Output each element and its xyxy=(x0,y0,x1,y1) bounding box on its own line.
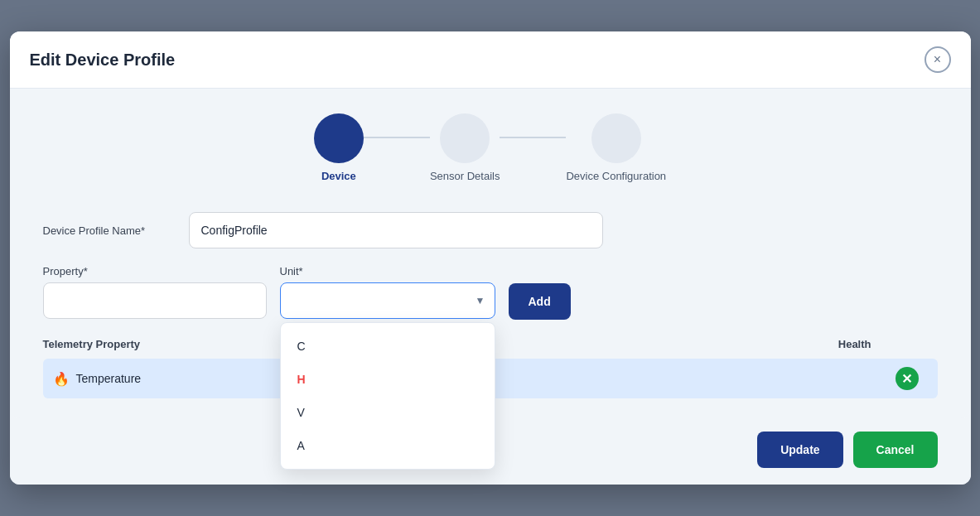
stepper: Device xyxy=(43,113,938,182)
step-label-sensor: Sensor Details xyxy=(430,170,500,182)
delete-row-button[interactable]: ✕ xyxy=(896,367,919,390)
profile-name-input[interactable] xyxy=(189,212,603,248)
modal-header: Edit Device Profile × xyxy=(10,31,971,89)
close-button[interactable]: × xyxy=(924,46,951,73)
unit-dropdown-menu: C H V A xyxy=(280,322,495,470)
profile-name-label: Device Profile Name* xyxy=(43,224,176,237)
step-label-device: Device xyxy=(321,170,356,182)
unit-col: Unit* ▼ C H V A xyxy=(280,265,495,319)
chevron-down-icon: ▼ xyxy=(476,295,485,306)
th-health: Health xyxy=(838,338,871,350)
modal-overlay: Edit Device Profile × xyxy=(0,0,980,516)
step-circle-config xyxy=(591,113,641,163)
unit-select-display[interactable]: ▼ xyxy=(280,282,495,319)
property-unit-row: Property* Unit* ▼ C H V xyxy=(43,265,938,320)
step-connector-2 xyxy=(500,137,566,138)
step-device: Device xyxy=(314,113,364,182)
add-button[interactable]: Add xyxy=(509,283,571,320)
cancel-button[interactable]: Cancel xyxy=(853,432,938,468)
unit-select-wrapper: ▼ C H V A xyxy=(280,282,495,319)
dropdown-item-a[interactable]: A xyxy=(281,429,495,462)
property-value: Temperature xyxy=(76,372,142,385)
profile-name-row: Device Profile Name* xyxy=(43,212,938,248)
table-cell-action: ✕ xyxy=(886,367,928,390)
step-connector-1 xyxy=(364,137,430,138)
modal-body: Device xyxy=(10,89,971,418)
unit-label: Unit* xyxy=(280,265,495,277)
step-circle-device xyxy=(314,113,364,163)
edit-device-profile-modal: Edit Device Profile × xyxy=(10,31,971,485)
dropdown-item-v[interactable]: V xyxy=(281,396,495,429)
property-input[interactable] xyxy=(43,282,267,319)
step-circle-sensor xyxy=(440,113,490,163)
dropdown-item-c[interactable]: C xyxy=(281,330,495,363)
fire-icon: 🔥 xyxy=(53,371,70,387)
update-button[interactable]: Update xyxy=(757,432,842,468)
property-label-col: Property* xyxy=(43,265,267,319)
dropdown-item-h[interactable]: H xyxy=(281,363,495,396)
property-label: Property* xyxy=(43,265,267,277)
step-config: Device Configuration xyxy=(566,113,666,182)
step-label-config: Device Configuration xyxy=(566,170,666,182)
step-sensor: Sensor Details xyxy=(430,113,500,182)
modal-title: Edit Device Profile xyxy=(30,51,176,70)
